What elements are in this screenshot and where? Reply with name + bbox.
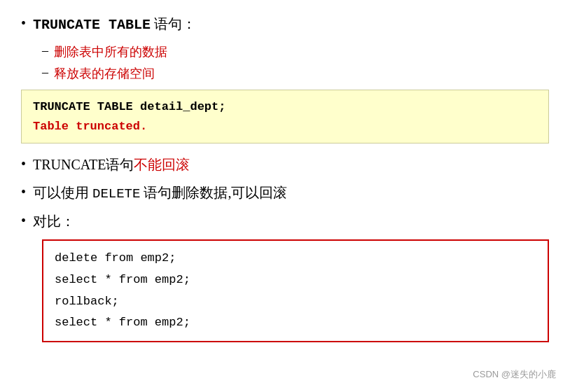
sub-text-2: 释放表的存储空间 (54, 65, 155, 83)
bullet2-highlight: 不能回滚 (134, 157, 190, 172)
bullet-dot-1: • (21, 15, 26, 31)
bullet-item-4: • 对比： (21, 211, 549, 231)
code-line-2: Table truncated. (33, 117, 537, 136)
content-area: • TRUNCATE TABLE 语句： – 删除表中所有的数据 – 释放表的存… (21, 14, 549, 342)
sub-dash-1: – (42, 43, 48, 58)
sub-item-2: – 释放表的存储空间 (42, 65, 549, 83)
sub-list-1: – 删除表中所有的数据 – 释放表的存储空间 (42, 43, 549, 83)
bullet-dot-4: • (21, 213, 26, 229)
sub-dash-2: – (42, 65, 48, 80)
keyword-delete: DELETE (92, 186, 140, 202)
bullet-label-1: 语句： (154, 16, 196, 31)
bullet3-text1: 可以使用 (33, 185, 89, 200)
bullet3-text2: 语句删除数据,可以回滚 (144, 185, 287, 200)
bullet-text-3: 可以使用 DELETE 语句删除数据,可以回滚 (33, 183, 287, 204)
bullet-text-4: 对比： (33, 211, 75, 231)
watermark: CSDN @迷失的小鹿 (473, 368, 556, 381)
bullet-item-2: • TRUNCATE语句不能回滚 (21, 155, 549, 174)
bullet-text-2: TRUNCATE语句不能回滚 (33, 155, 190, 174)
bullet-dot-3: • (21, 184, 26, 200)
bullet-dot-2: • (21, 156, 26, 172)
bullet-item-1: • TRUNCATE TABLE 语句： (21, 14, 549, 35)
code-red-line-3: rollback; (55, 291, 536, 313)
sub-text-1: 删除表中所有的数据 (54, 43, 167, 61)
code-block-red: delete from emp2; select * from emp2; ro… (42, 239, 549, 342)
bullet2-prefix: TRUNCATE语句 (33, 157, 134, 172)
code-line-1: TRUNCATE TABLE detail_dept; (33, 97, 537, 116)
bullet-item-3: • 可以使用 DELETE 语句删除数据,可以回滚 (21, 183, 549, 204)
sub-item-1: – 删除表中所有的数据 (42, 43, 549, 61)
code-red-line-2: select * from emp2; (55, 270, 536, 291)
keyword-truncate-table: TRUNCATE TABLE (33, 17, 151, 33)
bullet-text-1: TRUNCATE TABLE 语句： (33, 14, 196, 35)
code-red-line-4: select * from emp2; (55, 312, 536, 334)
code-block-yellow: TRUNCATE TABLE detail_dept; Table trunca… (21, 90, 549, 143)
code-red-line-1: delete from emp2; (55, 248, 536, 270)
